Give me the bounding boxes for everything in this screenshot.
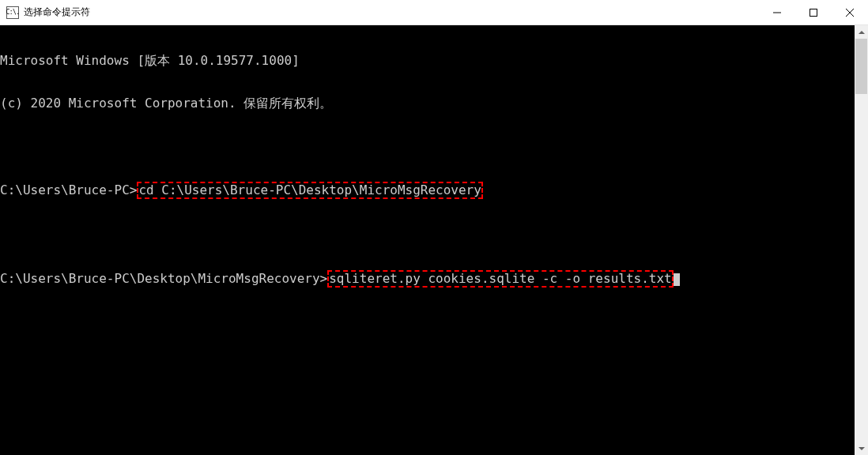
titlebar: C:\. 选择命令提示符 — [0, 0, 868, 25]
titlebar-left: C:\. 选择命令提示符 — [0, 6, 759, 19]
highlighted-command-2: sqliteret.py cookies.sqlite -c -o result… — [327, 270, 673, 288]
terminal[interactable]: Microsoft Windows [版本 10.0.19577.1000] (… — [0, 25, 855, 455]
scroll-up-button[interactable] — [855, 25, 868, 39]
svg-marker-4 — [859, 31, 865, 34]
client-area: Microsoft Windows [版本 10.0.19577.1000] (… — [0, 25, 868, 455]
prompt: C:\Users\Bruce-PC> — [0, 182, 137, 197]
highlighted-command-1: cd C:\Users\Bruce-PC\Desktop\MicroMsgRec… — [137, 182, 482, 199]
maximize-button[interactable] — [795, 0, 832, 25]
window-title: 选择命令提示符 — [24, 6, 90, 19]
terminal-line — [0, 228, 855, 242]
prompt: C:\Users\Bruce-PC\Desktop\MicroMsgRecove… — [0, 271, 327, 286]
terminal-line: Microsoft Windows [版本 10.0.19577.1000] — [0, 54, 855, 68]
scroll-thumb[interactable] — [855, 39, 867, 94]
terminal-line: C:\Users\Bruce-PC\Desktop\MicroMsgRecove… — [0, 270, 855, 288]
terminal-line — [0, 139, 855, 153]
close-button[interactable] — [832, 0, 868, 25]
svg-marker-5 — [859, 447, 865, 450]
vertical-scrollbar[interactable] — [855, 25, 868, 455]
terminal-line: (c) 2020 Microsoft Corporation. 保留所有权利。 — [0, 96, 855, 111]
scroll-down-button[interactable] — [855, 442, 868, 455]
cursor — [674, 273, 680, 286]
app-icon: C:\. — [6, 6, 19, 19]
minimize-button[interactable] — [759, 0, 795, 25]
terminal-line: C:\Users\Bruce-PC>cd C:\Users\Bruce-PC\D… — [0, 182, 855, 199]
titlebar-buttons — [759, 0, 868, 24]
svg-rect-1 — [810, 9, 817, 17]
